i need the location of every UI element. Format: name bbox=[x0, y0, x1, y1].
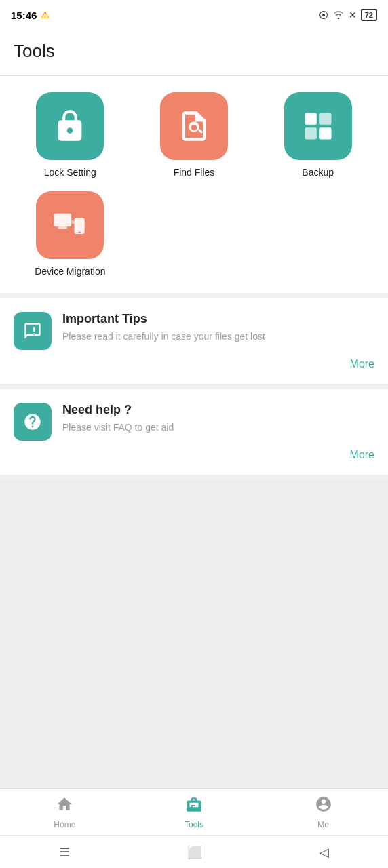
android-home-button[interactable]: ⬜ bbox=[187, 845, 202, 860]
find-files-icon-wrap bbox=[160, 92, 228, 160]
tool-item-device-migration[interactable]: Device Migration bbox=[14, 191, 127, 277]
status-bar: 15:46 ⚠ ⦿ ✕ 72 bbox=[0, 0, 388, 30]
important-tips-text: Important Tips Please read it carefully … bbox=[62, 312, 374, 344]
location-icon: ⦿ bbox=[319, 9, 328, 20]
home-label: Home bbox=[54, 820, 75, 829]
android-back-button[interactable]: ◁ bbox=[319, 845, 329, 860]
android-nav-bar: ☰ ⬜ ◁ bbox=[0, 835, 388, 868]
tools-icon bbox=[185, 795, 203, 817]
battery-display: 72 bbox=[361, 9, 377, 21]
device-migration-icon-wrap bbox=[36, 191, 104, 259]
backup-icon-wrap bbox=[284, 92, 352, 160]
device-migration-label: Device Migration bbox=[35, 266, 105, 277]
lock-icon bbox=[52, 108, 88, 144]
tips-icon-wrap bbox=[14, 312, 52, 350]
wifi-icon bbox=[332, 9, 345, 21]
tool-item-lock-setting[interactable]: Lock Setting bbox=[14, 92, 127, 178]
warning-icon: ⚠ bbox=[41, 9, 50, 20]
page-title: Tools bbox=[14, 41, 374, 62]
svg-rect-4 bbox=[319, 127, 331, 139]
help-icon bbox=[23, 412, 42, 431]
nav-item-me[interactable]: Me bbox=[258, 795, 388, 829]
important-tips-title: Important Tips bbox=[62, 312, 374, 326]
lock-setting-label: Lock Setting bbox=[44, 167, 96, 178]
need-help-more[interactable]: More bbox=[14, 449, 374, 461]
lock-setting-icon-wrap bbox=[36, 92, 104, 160]
time-display: 15:46 bbox=[11, 9, 37, 21]
svg-rect-1 bbox=[305, 113, 316, 125]
important-tips-section: Important Tips Please read it carefully … bbox=[0, 298, 388, 389]
android-menu-button[interactable]: ☰ bbox=[59, 845, 70, 860]
tool-item-backup[interactable]: Backup bbox=[261, 92, 374, 178]
svg-rect-2 bbox=[319, 113, 331, 125]
help-icon-wrap bbox=[14, 403, 52, 441]
important-tips-more[interactable]: More bbox=[14, 358, 374, 370]
need-help-text: Need help ? Please visit FAQ to get aid bbox=[62, 403, 374, 435]
page-header: Tools bbox=[0, 30, 388, 76]
need-help-section: Need help ? Please visit FAQ to get aid … bbox=[0, 389, 388, 480]
home-icon bbox=[56, 795, 73, 817]
tools-section: Lock Setting Find Files bbox=[0, 76, 388, 298]
backup-label: Backup bbox=[302, 167, 334, 178]
status-right: ⦿ ✕ 72 bbox=[319, 9, 377, 21]
svg-rect-8 bbox=[78, 232, 81, 233]
fill-area bbox=[0, 480, 388, 788]
svg-rect-7 bbox=[75, 218, 85, 234]
backup-icon bbox=[300, 108, 336, 144]
need-help-row: Need help ? Please visit FAQ to get aid bbox=[14, 403, 374, 441]
tips-icon bbox=[23, 321, 42, 340]
tools-label: Tools bbox=[185, 820, 203, 829]
svg-rect-5 bbox=[54, 214, 71, 227]
important-tips-row: Important Tips Please read it carefully … bbox=[14, 312, 374, 350]
signal-blocked-icon: ✕ bbox=[349, 9, 357, 20]
search-file-icon bbox=[176, 108, 212, 144]
svg-rect-3 bbox=[305, 127, 316, 139]
need-help-title: Need help ? bbox=[62, 403, 374, 417]
status-left: 15:46 ⚠ bbox=[11, 9, 50, 21]
me-icon bbox=[315, 795, 332, 817]
device-migration-icon bbox=[52, 208, 88, 243]
tools-grid: Lock Setting Find Files bbox=[14, 92, 374, 277]
important-tips-desc: Please read it carefully in case your fi… bbox=[62, 330, 374, 344]
tool-item-find-files[interactable]: Find Files bbox=[138, 92, 251, 178]
bottom-nav: Home Tools Me bbox=[0, 788, 388, 835]
me-label: Me bbox=[317, 820, 329, 829]
find-files-label: Find Files bbox=[174, 167, 215, 178]
svg-rect-6 bbox=[58, 226, 67, 229]
need-help-desc: Please visit FAQ to get aid bbox=[62, 421, 374, 435]
nav-item-home[interactable]: Home bbox=[0, 795, 130, 829]
nav-item-tools[interactable]: Tools bbox=[130, 795, 259, 829]
